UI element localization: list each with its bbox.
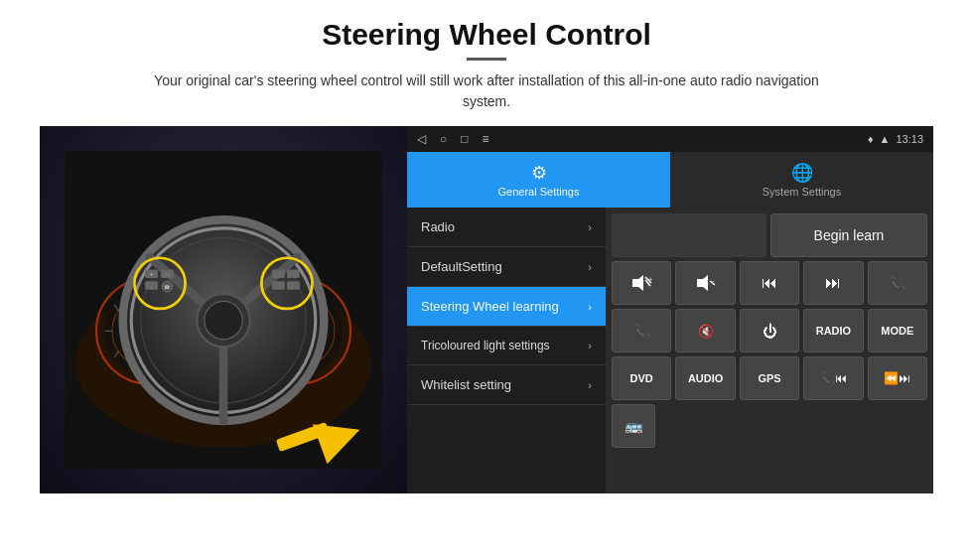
dvd-button[interactable]: DVD [612, 356, 671, 400]
call-accept-button[interactable]: 📞 [612, 309, 671, 352]
svg-rect-38 [272, 281, 285, 290]
volume-up-button[interactable]: + [612, 261, 671, 305]
gps-button[interactable]: GPS [740, 356, 799, 400]
recents-nav-btn[interactable]: □ [461, 132, 468, 146]
menu-default-label: DefaultSetting [421, 259, 502, 274]
svg-marker-46 [697, 275, 708, 291]
phone-prev-button[interactable]: 📞⏮ [803, 356, 863, 400]
empty-display-box [612, 213, 766, 257]
tab-general-label: General Settings [498, 186, 580, 198]
menu-whitelist-label: Whitelist setting [421, 377, 511, 392]
page-title: Steering Wheel Control [40, 18, 933, 52]
nav-buttons: ◁ ○ □ ≡ [417, 132, 489, 146]
svg-text:-: - [151, 284, 153, 290]
content-row: + - ↑↓ ☎ [40, 126, 933, 493]
chevron-active-icon: › [588, 301, 592, 313]
menu-steering-label: Steering Wheel learning [421, 299, 559, 314]
chevron-icon: › [588, 340, 592, 351]
svg-rect-37 [287, 269, 300, 278]
title-section: Steering Wheel Control Your original car… [40, 18, 933, 112]
svg-text:+: + [648, 276, 652, 283]
status-icons: ♦ ▲ 13:13 [868, 133, 923, 145]
system-globe-icon: 🌐 [791, 162, 813, 184]
bus-icon-button[interactable]: 🚌 [612, 404, 655, 448]
control-row-5: 🚌 [612, 404, 927, 448]
control-panel: Begin learn + - ⏮ ⏭ 📞 [606, 208, 933, 493]
mute-button[interactable]: 🔇 [675, 309, 735, 352]
tab-system-settings[interactable]: 🌐 System Settings [670, 152, 933, 208]
tab-system-label: System Settings [763, 186, 841, 198]
tab-general-settings[interactable]: ⚙ General Settings [407, 152, 670, 208]
svg-marker-42 [632, 275, 643, 291]
svg-text:-: - [712, 276, 715, 285]
svg-point-25 [205, 301, 242, 339]
home-nav-btn[interactable]: ○ [440, 132, 447, 146]
wifi-icon: ▲ [880, 133, 891, 145]
menu-item-whitelist[interactable]: Whitelist setting › [407, 365, 606, 405]
page-wrapper: Steering Wheel Control Your original car… [0, 0, 973, 503]
power-button[interactable]: ⏻ [740, 309, 799, 352]
audio-button[interactable]: AUDIO [675, 356, 735, 400]
steering-wheel-bg: + - ↑↓ ☎ [40, 126, 407, 493]
chevron-icon: › [588, 379, 592, 391]
settings-gear-icon: ⚙ [531, 162, 547, 184]
control-row-2: + - ⏮ ⏭ 📞 [612, 261, 927, 305]
menu-nav-btn[interactable]: ≡ [483, 132, 489, 146]
volume-down-button[interactable]: - [675, 261, 735, 305]
next-track-button[interactable]: ⏭ [803, 261, 863, 305]
menu-item-steering[interactable]: Steering Wheel learning › [407, 287, 606, 327]
menu-panel: Radio › DefaultSetting › Steering Wheel … [407, 208, 606, 493]
page-subtitle: Your original car's steering wheel contr… [139, 70, 834, 112]
control-row-1: Begin learn [612, 213, 927, 257]
photo-section: + - ↑↓ ☎ [40, 126, 407, 493]
menu-item-tricoloured[interactable]: Tricoloured light settings › [407, 327, 606, 365]
prev-track-button[interactable]: ⏮ [740, 261, 799, 305]
svg-text:+: + [150, 271, 154, 278]
begin-learn-button[interactable]: Begin learn [770, 213, 927, 257]
tab-bar: ⚙ General Settings 🌐 System Settings [407, 152, 933, 208]
svg-text:↑↓: ↑↓ [165, 271, 170, 277]
control-row-4: DVD AUDIO GPS 📞⏮ ⏪⏭ [612, 356, 927, 400]
status-bar: ◁ ○ □ ≡ ♦ ▲ 13:13 [407, 126, 933, 152]
chevron-icon: › [588, 261, 592, 273]
location-icon: ♦ [868, 133, 874, 145]
steering-wheel-svg: + - ↑↓ ☎ [65, 151, 382, 469]
prev-next-button[interactable]: ⏪⏭ [868, 356, 927, 400]
main-area: Radio › DefaultSetting › Steering Wheel … [407, 208, 933, 493]
chevron-icon: › [588, 221, 592, 233]
mode-button[interactable]: MODE [868, 309, 927, 352]
phone-answer-button[interactable]: 📞 [868, 261, 927, 305]
menu-radio-label: Radio [421, 219, 455, 234]
menu-tricoloured-label: Tricoloured light settings [421, 339, 550, 352]
android-screen: ◁ ○ □ ≡ ♦ ▲ 13:13 ⚙ General Settings [407, 126, 933, 493]
svg-rect-36 [272, 269, 285, 278]
radio-button[interactable]: RADIO [803, 309, 863, 352]
menu-item-default[interactable]: DefaultSetting › [407, 247, 606, 287]
clock: 13:13 [896, 133, 923, 145]
title-divider [467, 58, 506, 61]
back-nav-btn[interactable]: ◁ [417, 132, 426, 146]
menu-item-radio[interactable]: Radio › [407, 208, 606, 247]
control-row-3: 📞 🔇 ⏻ RADIO MODE [612, 309, 927, 352]
svg-rect-39 [287, 281, 300, 290]
svg-text:☎: ☎ [164, 284, 170, 290]
